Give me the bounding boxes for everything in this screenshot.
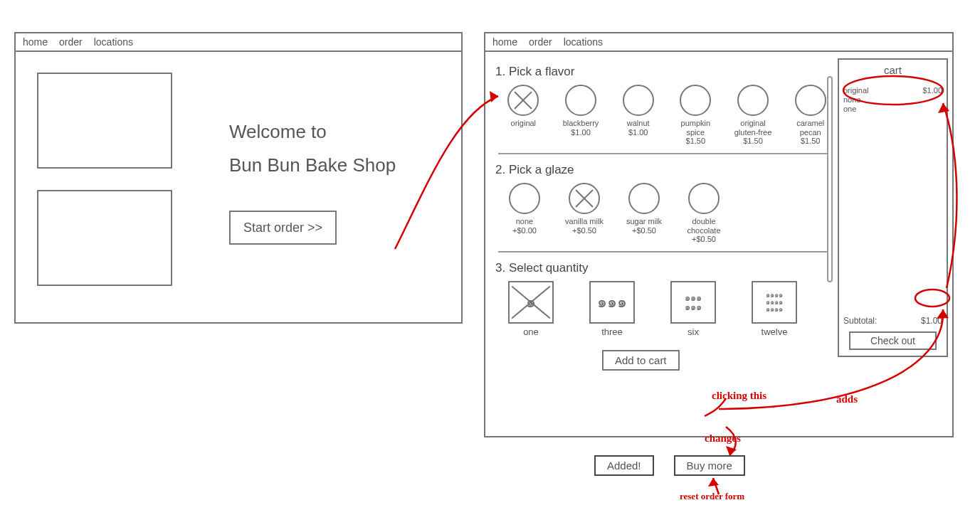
flavor-name: blackberry [563, 119, 599, 128]
nav-order[interactable]: order [529, 36, 552, 48]
quantity-option[interactable]: ๑๑๑๑๑๑ six [670, 281, 716, 337]
nav-home[interactable]: home [492, 36, 517, 48]
scrollbar[interactable] [827, 76, 833, 282]
svg-marker-6 [708, 478, 719, 487]
glaze-price: +$0.50 [692, 235, 716, 244]
qty-label: three [601, 326, 623, 337]
glaze-name: none [516, 217, 533, 226]
glaze-price: +$0.50 [572, 226, 596, 235]
qty-box[interactable]: ๑๑๑๑๑๑ [670, 281, 716, 324]
radio-icon[interactable] [565, 85, 596, 116]
glaze-name: vanilla milk [565, 217, 604, 226]
qty-box[interactable]: ๑๑๑ [589, 281, 635, 324]
flavor-name: walnut [627, 119, 650, 128]
welcome-line1: Welcome to [229, 115, 396, 149]
flavor-price: $1.50 [686, 137, 706, 146]
qty-label: twelve [762, 326, 788, 337]
glaze-option[interactable]: sugar milk +$0.50 [622, 183, 666, 244]
qty-box[interactable]: ๑ [508, 281, 554, 324]
flavor-name: caramel pecan [789, 119, 831, 137]
glaze-option[interactable]: none +$0.00 [502, 183, 547, 244]
flavor-option[interactable]: blackberry $1.00 [560, 85, 602, 146]
after-state-buttons: Added! Buy more [594, 455, 745, 476]
qty-label: six [687, 326, 699, 337]
welcome-text: Welcome to Bun Bun Bake Shop Start order… [229, 115, 396, 245]
image-placeholder [37, 73, 172, 169]
quantity-option[interactable]: ๑ one [508, 281, 554, 337]
glaze-option[interactable]: double chocolate +$0.50 [682, 183, 726, 244]
start-order-button[interactable]: Start order >> [229, 211, 337, 245]
navbar: home order locations [485, 33, 952, 52]
flavor-option[interactable]: walnut $1.00 [617, 85, 659, 146]
glaze-name: sugar milk [626, 217, 662, 226]
step1-title: 1. Pick a flavor [495, 65, 831, 79]
radio-icon[interactable] [569, 183, 600, 214]
svg-marker-5 [726, 446, 737, 455]
cart-item: original none one $1.00 [843, 86, 942, 115]
radio-icon[interactable] [795, 85, 826, 116]
welcome-line2: Bun Bun Bake Shop [229, 149, 396, 182]
flavor-name: original gluten-free [732, 119, 774, 137]
flavor-price: $1.50 [743, 137, 763, 146]
flavor-option[interactable]: original [502, 85, 544, 146]
image-placeholder [37, 190, 172, 286]
nav-locations[interactable]: locations [94, 36, 133, 48]
flavor-name: original [511, 119, 536, 128]
add-to-cart-button[interactable]: Add to cart [602, 350, 680, 371]
quantity-option[interactable]: ๑๑๑๑๑๑๑๑๑๑๑๑ twelve [752, 281, 797, 337]
radio-icon[interactable] [628, 183, 660, 214]
quantity-row: ๑ one ๑๑๑ three ๑๑๑๑๑๑ six ๑๑๑๑๑๑๑๑๑๑๑๑ … [508, 281, 831, 337]
radio-icon[interactable] [688, 183, 720, 214]
glaze-option[interactable]: vanilla milk +$0.50 [562, 183, 606, 244]
glaze-row: none +$0.00 vanilla milk +$0.50 sugar mi… [502, 183, 831, 244]
nav-home[interactable]: home [23, 36, 48, 48]
quantity-option[interactable]: ๑๑๑ three [589, 281, 635, 337]
subtotal-label: Subtotal: [843, 316, 877, 326]
nav-locations[interactable]: locations [564, 36, 603, 48]
qty-label: one [523, 326, 539, 337]
radio-icon[interactable] [507, 85, 539, 116]
radio-icon[interactable] [623, 85, 654, 116]
order-wireframe: home order locations 1. Pick a flavor or… [484, 32, 954, 437]
buy-more-button[interactable]: Buy more [674, 455, 745, 476]
glaze-price: +$0.00 [512, 226, 537, 235]
flavor-row: original blackberry $1.00 walnut $1.00 p… [502, 85, 831, 146]
flavor-option[interactable]: caramel pecan $1.50 [789, 85, 831, 146]
cart-panel: cart original none one $1.00 Subtotal: $… [838, 58, 948, 357]
added-button[interactable]: Added! [594, 455, 654, 476]
flavor-option[interactable]: original gluten-free $1.50 [732, 85, 774, 146]
home-wireframe: home order locations Welcome to Bun Bun … [14, 32, 463, 324]
flavor-price: $1.00 [628, 128, 648, 137]
step2-title: 2. Pick a glaze [495, 163, 831, 177]
glaze-name: double chocolate [682, 217, 726, 235]
cart-item-price: $1.00 [922, 86, 942, 115]
nav-order[interactable]: order [59, 36, 83, 48]
cart-subtotal: Subtotal: $1.00 [843, 316, 942, 326]
divider [498, 153, 828, 154]
step3-title: 3. Select quantity [495, 261, 831, 275]
qty-box[interactable]: ๑๑๑๑๑๑๑๑๑๑๑๑ [752, 281, 797, 324]
flavor-name: pumpkin spice [675, 119, 717, 137]
annotation-adds: adds [836, 393, 858, 405]
cart-title: cart [843, 64, 942, 76]
flavor-price: $1.50 [801, 137, 821, 146]
checkout-button[interactable]: Check out [849, 331, 937, 350]
flavor-option[interactable]: pumpkin spice $1.50 [675, 85, 717, 146]
flavor-price: $1.00 [571, 128, 591, 137]
image-thumbnails [37, 73, 172, 286]
divider [498, 251, 828, 253]
cart-item-desc: original none one [843, 86, 900, 115]
radio-icon[interactable] [680, 85, 711, 116]
navbar: home order locations [16, 33, 461, 52]
annotation-changes: changes [705, 432, 741, 445]
radio-icon[interactable] [737, 85, 769, 116]
annotation-clicking-this: clicking this [712, 390, 766, 402]
glaze-price: +$0.50 [632, 226, 656, 235]
annotation-reset: reset order form [680, 491, 744, 502]
subtotal-value: $1.00 [921, 316, 942, 326]
radio-icon[interactable] [509, 183, 540, 214]
order-form: 1. Pick a flavor original blackberry $1.… [495, 62, 831, 429]
